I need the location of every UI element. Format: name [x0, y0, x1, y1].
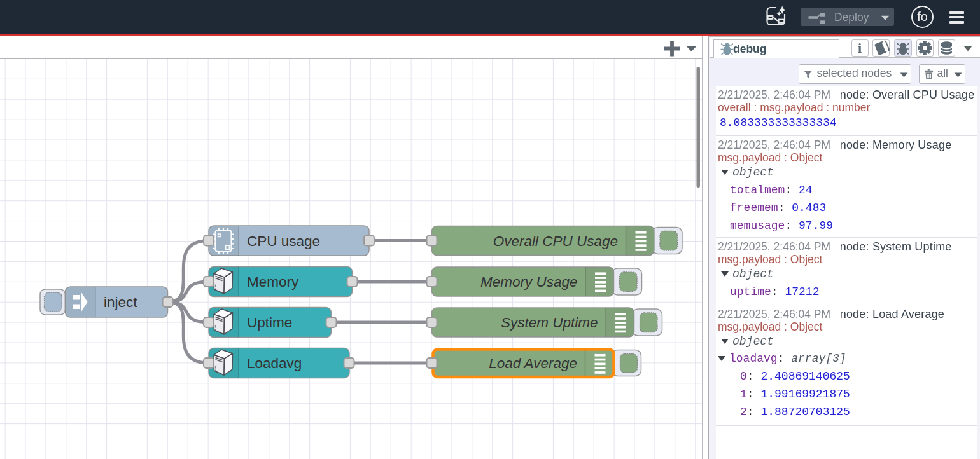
svg-text:Overall CPU Usage: Overall CPU Usage	[493, 233, 618, 249]
svg-text:CPU usage: CPU usage	[247, 233, 320, 249]
svg-text:System Uptime: System Uptime	[501, 315, 598, 331]
svg-text:Memory Usage: Memory Usage	[480, 274, 578, 290]
svg-text:Load Average: Load Average	[489, 355, 577, 371]
svg-text:Memory: Memory	[247, 274, 299, 290]
svg-text:Loadavg: Loadavg	[247, 355, 302, 371]
svg-text:inject: inject	[104, 294, 137, 310]
svg-text:i: i	[858, 40, 862, 56]
svg-text:Uptime: Uptime	[247, 315, 292, 331]
